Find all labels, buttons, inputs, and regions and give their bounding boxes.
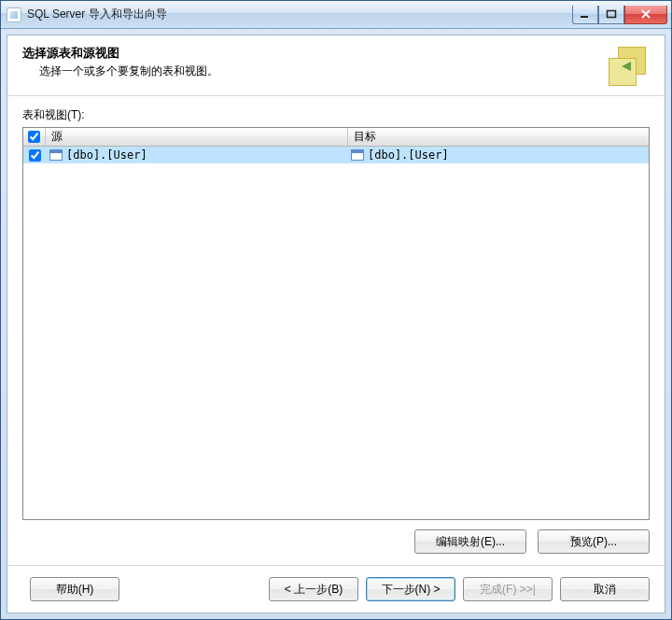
- row-source-text: [dbo].[User]: [66, 148, 147, 162]
- wizard-logo-icon: [607, 45, 650, 88]
- row-target-text: [dbo].[User]: [368, 148, 449, 162]
- wizard-window: SQL Server 导入和导出向导 选择源表和源视图 选择一个或多个要复制的表…: [0, 0, 672, 620]
- finish-button: 完成(F) >>|: [463, 577, 553, 601]
- edit-mapping-button[interactable]: 编辑映射(E)...: [414, 529, 526, 554]
- close-button[interactable]: [624, 6, 667, 24]
- back-button[interactable]: < 上一步(B): [269, 577, 358, 601]
- table-icon: [351, 149, 364, 161]
- row-checkbox-cell[interactable]: [23, 149, 46, 162]
- app-icon: [7, 7, 21, 22]
- row-target-cell[interactable]: [dbo].[User]: [347, 148, 649, 162]
- maximize-button[interactable]: [598, 6, 624, 24]
- table-row[interactable]: [dbo].[User] [dbo].[User]: [23, 147, 649, 163]
- grid-buttons: 编辑映射(E)... 预览(P)...: [22, 520, 650, 557]
- header-checkbox-cell[interactable]: [23, 128, 46, 146]
- window-controls: [572, 6, 667, 24]
- row-checkbox[interactable]: [29, 149, 41, 162]
- preview-button[interactable]: 预览(P)...: [538, 529, 650, 554]
- column-header-target[interactable]: 目标: [348, 128, 650, 146]
- tables-grid[interactable]: 源 目标 [dbo].[User]: [22, 127, 650, 520]
- help-button[interactable]: 帮助(H): [30, 577, 119, 601]
- svg-rect-1: [608, 11, 616, 18]
- row-source-cell[interactable]: [dbo].[User]: [46, 148, 347, 162]
- column-header-source[interactable]: 源: [46, 128, 348, 146]
- title-bar[interactable]: SQL Server 导入和导出向导: [1, 1, 671, 29]
- table-icon: [49, 149, 63, 161]
- client-area: 选择源表和源视图 选择一个或多个要复制的表和视图。 表和视图(T):: [7, 35, 665, 613]
- grid-rows: [dbo].[User] [dbo].[User]: [23, 147, 649, 519]
- page-subtitle: 选择一个或多个要复制的表和视图。: [39, 63, 607, 79]
- minimize-button[interactable]: [572, 6, 598, 24]
- window-frame: 选择源表和源视图 选择一个或多个要复制的表和视图。 表和视图(T):: [1, 29, 671, 619]
- select-all-checkbox[interactable]: [28, 131, 40, 143]
- wizard-header: 选择源表和源视图 选择一个或多个要复制的表和视图。: [7, 35, 665, 96]
- page-title: 选择源表和源视图: [22, 45, 607, 62]
- grid-header: 源 目标: [23, 128, 649, 147]
- wizard-body: 表和视图(T): 源 目标: [7, 96, 665, 565]
- cancel-button[interactable]: 取消: [560, 577, 650, 601]
- wizard-footer: 帮助(H) < 上一步(B) 下一步(N) > 完成(F) >>| 取消: [7, 565, 665, 613]
- svg-rect-0: [581, 16, 588, 18]
- next-button[interactable]: 下一步(N) >: [366, 577, 455, 601]
- tables-label: 表和视图(T):: [22, 107, 650, 123]
- window-title: SQL Server 导入和导出向导: [27, 7, 572, 22]
